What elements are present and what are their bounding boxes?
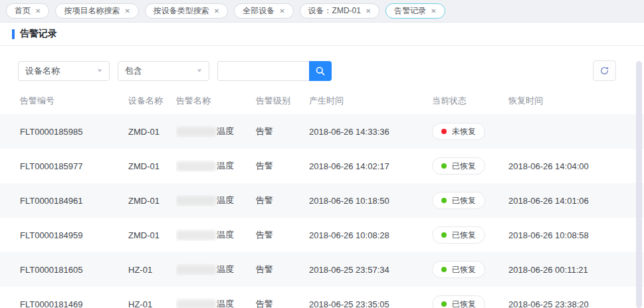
table-row[interactable]: FLT0000181469 HZ-01 温度 告警 2018-06-25 23:… xyxy=(0,287,644,308)
device-name-cell: ZMD-01 xyxy=(128,127,176,137)
nav-tab-label: 告警记录 xyxy=(394,5,426,17)
recovered-time-cell: 2018-06-25 23:38:20 xyxy=(508,299,644,308)
alarm-name-cell: 温度 xyxy=(176,298,256,308)
status-dot-icon xyxy=(441,198,447,203)
alarm-id-cell: FLT0000184961 xyxy=(20,196,128,206)
redacted-text xyxy=(176,265,216,275)
search-group xyxy=(217,61,332,81)
device-name-cell: HZ-01 xyxy=(128,265,176,275)
nav-tab[interactable]: 首页 ✕ xyxy=(6,3,49,19)
created-time-cell: 2018-06-25 23:35:05 xyxy=(309,299,432,308)
created-time-cell: 2018-06-25 23:57:34 xyxy=(309,265,432,275)
alarm-level-cell: 告警 xyxy=(256,194,309,206)
redacted-text xyxy=(176,127,216,137)
close-icon[interactable]: ✕ xyxy=(431,8,436,15)
created-time-cell: 2018-06-26 14:02:17 xyxy=(309,161,432,171)
nav-tab-label: 按项目名称搜索 xyxy=(64,5,120,17)
device-name-cell: ZMD-01 xyxy=(128,196,176,206)
status-cell: 已恢复 xyxy=(432,192,508,209)
status-badge: 已恢复 xyxy=(432,261,485,278)
chevron-down-icon: ▼ xyxy=(96,68,103,74)
status-label: 已恢复 xyxy=(452,195,476,206)
status-dot-icon xyxy=(441,163,447,169)
refresh-icon xyxy=(599,66,609,76)
status-label: 已恢复 xyxy=(452,230,476,241)
refresh-button[interactable] xyxy=(593,60,616,81)
operator-select[interactable]: 包含 ▼ xyxy=(118,61,209,81)
chevron-down-icon: ▼ xyxy=(195,68,203,74)
status-cell: 已恢复 xyxy=(432,261,508,278)
status-dot-icon xyxy=(441,267,447,272)
recovered-time-cell: 2018-06-26 14:04:00 xyxy=(508,161,644,171)
field-select[interactable]: 设备名称 ▼ xyxy=(18,61,110,81)
alarm-id-cell: FLT0000185985 xyxy=(20,127,128,137)
nav-tab[interactable]: 告警记录 ✕ xyxy=(385,3,445,19)
recovered-time-cell: 2018-06-26 10:08:58 xyxy=(508,230,644,240)
status-dot-icon xyxy=(441,129,447,134)
title-accent-bar xyxy=(12,29,15,39)
redacted-text xyxy=(176,299,216,308)
page-header: 告警记录 xyxy=(0,23,644,46)
nav-tab-label: 首页 xyxy=(15,5,31,17)
column-header: 当前状态 xyxy=(432,95,508,107)
device-name-cell: ZMD-01 xyxy=(128,230,176,240)
status-badge: 未恢复 xyxy=(432,123,485,140)
status-label: 已恢复 xyxy=(452,161,476,172)
close-icon[interactable]: ✕ xyxy=(124,8,130,15)
table-row[interactable]: FLT0000185985 ZMD-01 温度 告警 2018-06-26 14… xyxy=(0,114,644,149)
nav-tab[interactable]: 按项目名称搜索 ✕ xyxy=(55,3,138,19)
alarm-id-cell: FLT0000181605 xyxy=(20,265,128,275)
alarm-name-cell: 温度 xyxy=(176,194,256,206)
column-header: 恢复时间 xyxy=(508,95,644,107)
close-icon[interactable]: ✕ xyxy=(35,8,41,15)
alarm-name-text: 温度 xyxy=(217,298,234,308)
redacted-text xyxy=(176,230,216,240)
alarm-id-cell: FLT0000184959 xyxy=(20,230,128,240)
alarm-level-cell: 告警 xyxy=(256,264,309,275)
close-icon[interactable]: ✕ xyxy=(279,8,284,15)
alarm-name-cell: 温度 xyxy=(176,160,256,172)
redacted-text xyxy=(176,196,216,206)
close-icon[interactable]: ✕ xyxy=(214,8,219,15)
search-input[interactable] xyxy=(217,61,309,81)
alarm-name-text: 温度 xyxy=(217,194,234,206)
table-row[interactable]: FLT0000185977 ZMD-01 温度 告警 2018-06-26 14… xyxy=(0,149,644,183)
created-time-cell: 2018-06-26 10:08:28 xyxy=(309,230,432,240)
vertical-scrollbar[interactable] xyxy=(636,61,642,308)
alarm-level-cell: 告警 xyxy=(256,160,309,172)
status-cell: 已恢复 xyxy=(432,157,508,175)
column-header: 设备名称 xyxy=(128,95,176,107)
alarm-level-cell: 告警 xyxy=(256,298,309,308)
nav-tab[interactable]: 设备：ZMD-01 ✕ xyxy=(300,3,380,19)
alarm-name-text: 温度 xyxy=(217,160,234,172)
filter-toolbar: 设备名称 ▼ 包含 ▼ xyxy=(0,46,644,87)
created-time-cell: 2018-06-26 14:33:36 xyxy=(309,127,432,137)
status-badge: 已恢复 xyxy=(432,192,485,209)
status-label: 已恢复 xyxy=(452,264,476,275)
page-title: 告警记录 xyxy=(20,28,57,40)
alarm-name-cell: 温度 xyxy=(176,264,256,275)
tab-bar: 首页 ✕ 按项目名称搜索 ✕ 按设备类型搜索 ✕ 全部设备 ✕ 设备：ZMD-0… xyxy=(0,0,644,23)
status-cell: 已恢复 xyxy=(432,226,508,244)
alarm-name-cell: 温度 xyxy=(176,229,256,241)
status-cell: 未恢复 xyxy=(432,123,508,140)
alarm-id-cell: FLT0000181469 xyxy=(20,299,128,308)
status-label: 未恢复 xyxy=(452,126,476,137)
close-icon[interactable]: ✕ xyxy=(366,8,371,15)
table-row[interactable]: FLT0000184961 ZMD-01 温度 告警 2018-06-26 10… xyxy=(0,183,644,218)
created-time-cell: 2018-06-26 10:18:50 xyxy=(309,196,432,206)
alarm-name-text: 温度 xyxy=(217,264,234,275)
status-badge: 已恢复 xyxy=(432,295,485,308)
nav-tab[interactable]: 全部设备 ✕ xyxy=(234,3,293,19)
table-header-row: 告警编号设备名称告警名称告警级别产生时间当前状态恢复时间 xyxy=(0,87,644,114)
search-button[interactable] xyxy=(309,61,332,81)
column-header: 产生时间 xyxy=(309,95,432,107)
nav-tab[interactable]: 按设备类型搜索 ✕ xyxy=(145,3,228,19)
table-row[interactable]: FLT0000181605 HZ-01 温度 告警 2018-06-25 23:… xyxy=(0,252,644,287)
table-row[interactable]: FLT0000184959 ZMD-01 温度 告警 2018-06-26 10… xyxy=(0,218,644,252)
redacted-text xyxy=(176,161,216,171)
alarm-id-cell: FLT0000185977 xyxy=(20,161,128,171)
operator-select-value: 包含 xyxy=(125,65,142,77)
recovered-time-cell: 2018-06-26 14:01:06 xyxy=(508,196,644,206)
device-name-cell: HZ-01 xyxy=(128,299,176,308)
